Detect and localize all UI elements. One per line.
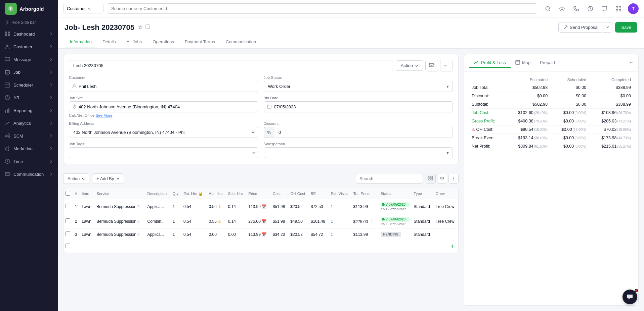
dots-icon[interactable]: ⋮ [369, 218, 375, 224]
row-est-hrs: 0.54 [181, 199, 207, 214]
row-type: Standard [412, 199, 434, 214]
send-proposal-label: Send Proposal [570, 25, 598, 30]
tab-details[interactable]: Details [97, 36, 121, 48]
pnl-expand-icon[interactable] [629, 60, 634, 66]
salesperson-select[interactable] [264, 147, 453, 158]
sidebar-item-marketing-label: Marketing [13, 146, 33, 151]
sidebar-item-time[interactable]: Time [0, 155, 58, 168]
body-split: Action Customer [58, 49, 644, 311]
tab-communication[interactable]: Communication [220, 36, 261, 48]
svg-rect-12 [8, 108, 9, 113]
sidebar-item-scm[interactable]: SCM [0, 129, 58, 142]
discount-input[interactable] [274, 127, 453, 138]
col-header-sch-hrs: Sch. Hrs [226, 188, 247, 199]
hide-sidebar-button[interactable]: Hide Side bar [0, 17, 58, 28]
chat-bubble[interactable] [622, 290, 637, 304]
add-by-button[interactable]: + Add By [92, 173, 124, 184]
tab-operations[interactable]: Operations [147, 36, 179, 48]
customer-input[interactable] [69, 81, 258, 92]
apps-icon-button[interactable] [614, 4, 623, 13]
empty-rest [246, 240, 434, 253]
tag-edit-icon[interactable]: ✏ [252, 151, 256, 155]
col-header-cost: Cost [271, 188, 289, 199]
header-actions: Send Proposal Save [558, 22, 637, 33]
job-name-input[interactable] [69, 60, 393, 71]
pnl-tab-profit-loss[interactable]: Profit & Loss [469, 58, 511, 68]
star-icon[interactable]: ☆ [138, 24, 142, 31]
sidebar-item-job[interactable]: Job [0, 66, 58, 79]
action-button[interactable]: Action [396, 60, 423, 71]
logo-text: Arborgold [19, 6, 44, 12]
sidebar-item-message[interactable]: Message [0, 53, 58, 66]
global-search-input[interactable] [107, 3, 537, 14]
row-be: $72.50 [309, 199, 329, 214]
help-icon-button[interactable] [586, 4, 595, 13]
pnl-col-label [469, 76, 506, 84]
row-description: Applica... [145, 229, 171, 240]
sidebar-item-reporting[interactable]: Reporting [0, 104, 58, 117]
grid-view-icon[interactable] [426, 174, 436, 184]
pnl-row-completed: $215.01(55.27%) [589, 142, 634, 151]
add-row-button[interactable]: + [448, 243, 456, 250]
sidebar-item-analytics[interactable]: Analytics [0, 117, 58, 129]
empty-price-cell [226, 240, 247, 253]
sidebar-item-customer[interactable]: Customer [0, 40, 58, 53]
row-checkbox[interactable] [66, 231, 70, 236]
phone-icon-button[interactable] [571, 4, 581, 13]
empty-row-checkbox[interactable] [66, 244, 70, 248]
job-tags-input[interactable] [69, 147, 258, 158]
chat-icon-button[interactable] [600, 4, 609, 13]
sidebar-item-scheduler[interactable]: Scheduler [0, 79, 58, 91]
pnl-tab-bar: Profit & Loss Map Prepaid [464, 54, 638, 71]
billing-address-select[interactable]: 402 North Johnson Avenue (Bloomington, I… [69, 127, 258, 138]
logo[interactable]: Arborgold [0, 0, 58, 17]
row-checkbox[interactable] [66, 218, 70, 223]
sidebar-item-marketing[interactable]: Marketing [0, 142, 58, 155]
select-all-checkbox[interactable] [66, 191, 70, 196]
settings-icon-button[interactable] [557, 4, 567, 13]
calendar-cell-icon[interactable]: 📅 [262, 219, 267, 224]
sidebar-item-ar-label: AR [13, 95, 19, 100]
pnl-col-scheduled: Scheduled [550, 76, 589, 84]
user-avatar[interactable]: T [628, 3, 639, 14]
sidebar-item-dashboard[interactable]: Dashboard [0, 28, 58, 40]
pnl-row-label: Net Profit: [469, 142, 506, 151]
save-button[interactable]: Save [615, 22, 637, 33]
see-more-link[interactable]: See More [96, 113, 113, 117]
more-options-button[interactable] [440, 60, 453, 71]
tab-bar: Information Details All Jobs Operations … [65, 36, 637, 48]
table-action-button[interactable]: Action [63, 173, 89, 184]
calendar-cell-icon[interactable]: 📅 [262, 204, 267, 209]
job-site-input[interactable] [69, 101, 258, 112]
tab-payment-terms[interactable]: Payment Terms [179, 36, 220, 48]
hide-sidebar-label: Hide Side bar [11, 20, 36, 25]
tab-information[interactable]: Information [65, 36, 97, 48]
row-est-visits: 1 [329, 214, 351, 229]
svg-rect-32 [429, 178, 430, 180]
pnl-tab-prepaid[interactable]: Prepaid [535, 58, 560, 68]
send-proposal-button[interactable]: Send Proposal [558, 22, 603, 33]
more-view-icon[interactable]: ⋮ [448, 174, 459, 184]
email-icon-button[interactable] [425, 60, 438, 71]
eye-view-icon[interactable] [437, 174, 447, 184]
job-status-select[interactable]: Work Order Estimate Completed [264, 81, 453, 92]
pnl-row-estimated: $0.00 [506, 92, 550, 100]
pnl-row-scheduled: $0.00(18.00%) [550, 125, 589, 134]
row-checkbox[interactable] [66, 204, 70, 208]
customer-status-row: Customer Job Status Work Order [69, 75, 453, 92]
table-search-input[interactable] [356, 174, 423, 184]
customer-selector[interactable]: Customer [63, 4, 103, 13]
edit-icon[interactable] [145, 24, 151, 31]
sidebar-item-communication[interactable]: Communication [0, 168, 58, 180]
sidebar-item-ar[interactable]: AR [0, 91, 58, 104]
svg-rect-24 [619, 9, 621, 11]
bid-date-input[interactable] [264, 101, 453, 112]
pnl-row-estimated: $90.54(18.00%) [506, 125, 550, 134]
search-icon-button[interactable] [543, 4, 553, 13]
pnl-row-scheduled: $0.00 [550, 92, 589, 100]
send-proposal-dropdown[interactable] [603, 22, 612, 33]
tab-all-jobs[interactable]: All Jobs [121, 36, 147, 48]
calendar-cell-icon[interactable]: 📅 [262, 232, 267, 237]
pnl-tab-map[interactable]: Map [511, 58, 535, 68]
row-est-visits: 1 [329, 199, 351, 214]
